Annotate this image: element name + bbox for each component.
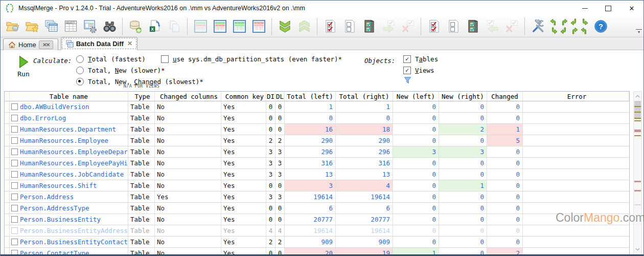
open-folder-star-button[interactable] bbox=[22, 17, 41, 36]
find-binoculars-button[interactable] bbox=[100, 17, 119, 36]
svg-text:SELECT: SELECT bbox=[65, 22, 74, 24]
scroll-down-icon[interactable] bbox=[634, 246, 641, 253]
column-header-new-left[interactable]: New (left) bbox=[393, 92, 439, 101]
row-checkbox[interactable] bbox=[11, 250, 18, 255]
column-header-error[interactable]: Error bbox=[523, 92, 629, 101]
partition-stats-checkbox[interactable] bbox=[161, 55, 169, 63]
table-row[interactable]: dbo.ErrorLogTableNoYes0000000 bbox=[5, 113, 629, 124]
watermark-gray-2: .com bbox=[619, 211, 644, 224]
database-refresh-button[interactable] bbox=[126, 17, 145, 36]
row-checkbox[interactable] bbox=[11, 239, 18, 245]
copy-tables-button[interactable] bbox=[42, 17, 60, 36]
table-settings-button[interactable] bbox=[81, 17, 99, 36]
row-checkbox[interactable] bbox=[11, 126, 18, 133]
row-checkbox[interactable] bbox=[11, 205, 18, 211]
cell-di: 0 bbox=[266, 180, 275, 191]
table-row[interactable]: Person.BusinessEntityTableNoYes002077720… bbox=[5, 214, 629, 225]
column-header-changed-columns[interactable]: Changed columns bbox=[155, 92, 221, 101]
radio-new--slower--[interactable] bbox=[76, 67, 84, 74]
uncheck-all-2-button[interactable] bbox=[444, 17, 463, 36]
row-checkbox[interactable] bbox=[11, 103, 18, 110]
maximize-button[interactable] bbox=[596, 1, 620, 16]
delete-checked-button bbox=[399, 17, 417, 36]
column-header-common-key[interactable]: Common key bbox=[221, 92, 266, 101]
scrollbar-diff-mark bbox=[634, 120, 641, 121]
tools-button[interactable] bbox=[528, 17, 547, 36]
nav-arrow-icon[interactable] bbox=[549, 27, 559, 35]
minimize-button[interactable] bbox=[573, 1, 596, 16]
table-row[interactable]: HumanResources.EmployeePayHiTableNoYes33… bbox=[5, 158, 629, 169]
nav-arrow-icon[interactable] bbox=[559, 18, 569, 26]
invert-checks-button[interactable] bbox=[360, 17, 378, 36]
table-row[interactable]: HumanResources.DepartmentTableNoYes00161… bbox=[5, 124, 629, 135]
column-header-total-right[interactable]: Total (right) bbox=[336, 92, 393, 101]
checkbox-tables[interactable]: ✓ bbox=[403, 55, 411, 63]
close-tab-icon[interactable]: ✕ bbox=[127, 40, 132, 47]
expand-all-down-button[interactable] bbox=[275, 17, 294, 36]
close-button[interactable]: ✕ bbox=[620, 1, 643, 16]
table-row[interactable]: Person.AddressTableYesYes331961419614000 bbox=[5, 191, 629, 203]
column-header-di[interactable]: DI bbox=[266, 92, 275, 101]
scroll-up-icon[interactable] bbox=[634, 93, 641, 100]
check-all-2-button[interactable] bbox=[425, 17, 443, 36]
table-row[interactable]: HumanResources.JobCandidateTableNoYes331… bbox=[5, 169, 629, 180]
export-excel-button[interactable]: X bbox=[146, 17, 164, 36]
run-button[interactable]: Run bbox=[12, 55, 35, 78]
nav-arrow-icon[interactable] bbox=[559, 27, 569, 35]
check-all-button[interactable] bbox=[321, 17, 339, 36]
table-row[interactable]: HumanResources.EmployeeTableNoYes2229029… bbox=[5, 135, 629, 146]
cell-total-left: 20 bbox=[285, 248, 336, 255]
table-row[interactable]: Person.BusinessEntityContactTableNoYes22… bbox=[5, 237, 629, 248]
table-row[interactable]: dbo.AWBuildVersionTableNoYes0011000 bbox=[5, 101, 629, 113]
cell-common-key: Yes bbox=[221, 124, 266, 135]
invert-checks-icon bbox=[362, 19, 376, 33]
tab-batch-data-diff[interactable]: Batch Data Diff ✕ bbox=[61, 37, 137, 50]
row-checkbox[interactable] bbox=[11, 137, 18, 144]
table-row[interactable]: HumanResources.EmployeeDepartTableNoYes3… bbox=[5, 146, 629, 158]
table-rows-new-button[interactable] bbox=[230, 17, 248, 36]
table-row[interactable]: Person.BusinessEntityAddressTableNoYes44… bbox=[5, 225, 629, 237]
nav-arrow-icon[interactable] bbox=[580, 18, 589, 26]
nav-arrow-icon[interactable] bbox=[569, 18, 579, 26]
vertical-scrollbar[interactable] bbox=[633, 91, 642, 255]
column-header-type[interactable]: Type bbox=[128, 92, 155, 101]
nav-arrow-icon[interactable] bbox=[580, 27, 589, 35]
radio-total--fastest-[interactable] bbox=[76, 55, 84, 63]
filter-funnel-icon[interactable] bbox=[404, 76, 412, 84]
row-checkbox[interactable] bbox=[11, 115, 18, 121]
invert-checks-2-button[interactable] bbox=[464, 17, 482, 36]
row-checkbox[interactable] bbox=[11, 194, 18, 200]
row-checkbox[interactable] bbox=[11, 227, 18, 234]
scrollbar-thumb[interactable] bbox=[634, 101, 641, 119]
close-all-tabs-icon[interactable]: ✕✕ bbox=[39, 40, 53, 49]
select-query-button[interactable]: SELECT bbox=[61, 17, 80, 36]
column-header-new-right[interactable]: New (right) bbox=[439, 92, 487, 101]
row-checkbox[interactable] bbox=[11, 171, 18, 178]
radio-changed--slowest--[interactable] bbox=[76, 78, 84, 86]
row-checkbox[interactable] bbox=[11, 160, 18, 166]
nav-arrows-button[interactable] bbox=[548, 17, 590, 36]
nav-arrow-icon[interactable] bbox=[569, 27, 579, 35]
column-header-dl[interactable]: DL bbox=[275, 92, 285, 101]
column-header-changed[interactable]: Changed bbox=[487, 92, 523, 101]
tab-home[interactable]: Home ✕✕ bbox=[3, 38, 58, 50]
help-button[interactable]: ? bbox=[591, 17, 610, 36]
uncheck-all-button[interactable] bbox=[340, 17, 359, 36]
row-checkbox[interactable] bbox=[11, 216, 18, 223]
table-row[interactable]: HumanResources.ShiftTableNoYes0034010 bbox=[5, 180, 629, 191]
cell-total-left: 6 bbox=[285, 203, 336, 214]
row-checkbox[interactable] bbox=[11, 148, 18, 155]
toolbar-overflow-icon[interactable]: ▾ bbox=[636, 29, 642, 34]
checkbox-views[interactable]: ✓ bbox=[403, 67, 411, 74]
column-header-table-name[interactable]: Table name bbox=[10, 92, 128, 101]
table-row[interactable]: Person.AddressTypeTableNoYes0066000 bbox=[5, 203, 629, 214]
table-rows-changed-button[interactable] bbox=[249, 17, 268, 36]
table-rows-diff-button[interactable] bbox=[211, 17, 229, 36]
table-row[interactable]: Person.ContactTypeTableNoYes002019102 bbox=[5, 248, 629, 255]
open-folder-database-button[interactable] bbox=[3, 17, 21, 36]
row-checkbox[interactable] bbox=[11, 182, 18, 189]
cell-new-left: 0 bbox=[393, 101, 439, 112]
cell-dl: 0 bbox=[275, 113, 285, 123]
column-header-total-left[interactable]: Total (left) bbox=[285, 92, 336, 101]
nav-arrow-icon[interactable] bbox=[549, 18, 559, 26]
